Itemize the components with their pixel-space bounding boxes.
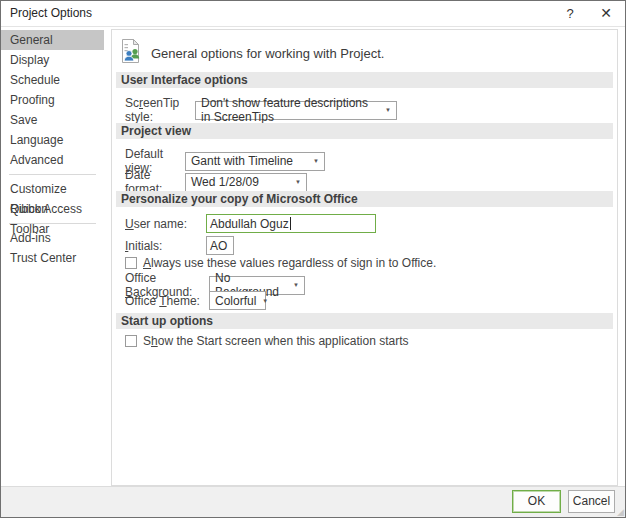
sidebar-item-advanced[interactable]: Advanced [1,150,104,170]
user-name-row: User name: Abdullah Oguz [125,214,376,233]
initials-label: Initials: [125,239,206,253]
always-use-values-label: Always use these values regardless of si… [143,256,436,270]
sidebar-item-display[interactable]: Display [1,50,104,70]
ok-button[interactable]: OK [512,490,561,513]
cancel-button[interactable]: Cancel [568,490,615,513]
text-caret [290,217,291,230]
screentip-style-value: Don't show feature descriptions in Scree… [201,96,379,124]
category-sidebar: General Display Schedule Proofing Save L… [1,30,104,486]
section-project-view: Project view [116,123,613,139]
section-startup-options: Start up options [116,313,613,329]
sidebar-item-proofing[interactable]: Proofing [1,90,104,110]
help-icon[interactable]: ? [557,4,583,23]
sidebar-item-add-ins[interactable]: Add-ins [1,228,104,248]
resize-grip[interactable]: ◢ [617,508,624,517]
chevron-down-icon: ▼ [385,107,391,113]
initials-row: Initials: AO [125,236,234,255]
always-use-values-row: Always use these values regardless of si… [125,256,436,270]
date-format-dropdown[interactable]: Wed 1/28/09 ▼ [185,173,307,192]
default-view-value: Gantt with Timeline [191,154,293,168]
dialog-title: Project Options [10,6,92,20]
chevron-down-icon: ▼ [313,158,319,164]
close-icon[interactable]: ✕ [593,4,619,23]
sidebar-item-schedule[interactable]: Schedule [1,70,104,90]
sidebar-divider [9,174,96,175]
show-start-screen-row: Show the Start screen when this applicat… [125,334,409,348]
dialog-body: General Display Schedule Proofing Save L… [1,26,625,486]
show-start-screen-checkbox[interactable] [125,335,137,347]
project-options-dialog: Project Options ? ✕ General Display Sche… [0,0,626,518]
panel-header-text: General options for working with Project… [151,46,384,61]
title-bar: Project Options ? ✕ [1,1,625,26]
show-start-screen-label: Show the Start screen when this applicat… [143,334,409,348]
screentip-style-dropdown[interactable]: Don't show feature descriptions in Scree… [195,101,397,120]
date-format-value: Wed 1/28/09 [191,175,259,189]
dialog-footer: OK Cancel [1,486,625,517]
sidebar-item-customize-ribbon[interactable]: Customize Ribbon [1,179,104,199]
screentip-style-row: ScreenTip style: Don't show feature desc… [125,96,397,124]
people-document-icon [120,38,143,68]
chevron-down-icon: ▼ [295,179,301,185]
section-user-interface-options: User Interface options [116,72,613,88]
general-options-panel: General options for working with Project… [111,29,618,486]
initials-input[interactable]: AO [206,236,234,255]
user-name-input[interactable]: Abdullah Oguz [206,214,376,233]
chevron-down-icon: ▼ [262,298,268,304]
section-personalize: Personalize your copy of Microsoft Offic… [116,191,613,207]
office-theme-row: Office Theme: Colorful ▼ [125,291,266,310]
panel-header: General options for working with Project… [120,38,384,68]
sidebar-item-language[interactable]: Language [1,130,104,150]
user-name-label: User name: [125,217,206,231]
chevron-down-icon: ▼ [293,282,299,288]
office-theme-dropdown[interactable]: Colorful ▼ [209,291,266,310]
sidebar-item-general[interactable]: General [1,30,104,50]
office-theme-label: Office Theme: [125,294,209,308]
sidebar-item-quick-access-toolbar[interactable]: Quick Access Toolbar [1,199,104,219]
screentip-style-label: ScreenTip style: [125,96,195,124]
always-use-values-checkbox[interactable] [125,257,137,269]
user-name-value: Abdullah Oguz [210,217,289,231]
initials-value: AO [210,239,227,253]
sidebar-item-trust-center[interactable]: Trust Center [1,248,104,268]
sidebar-item-save[interactable]: Save [1,110,104,130]
office-theme-value: Colorful [215,294,256,308]
